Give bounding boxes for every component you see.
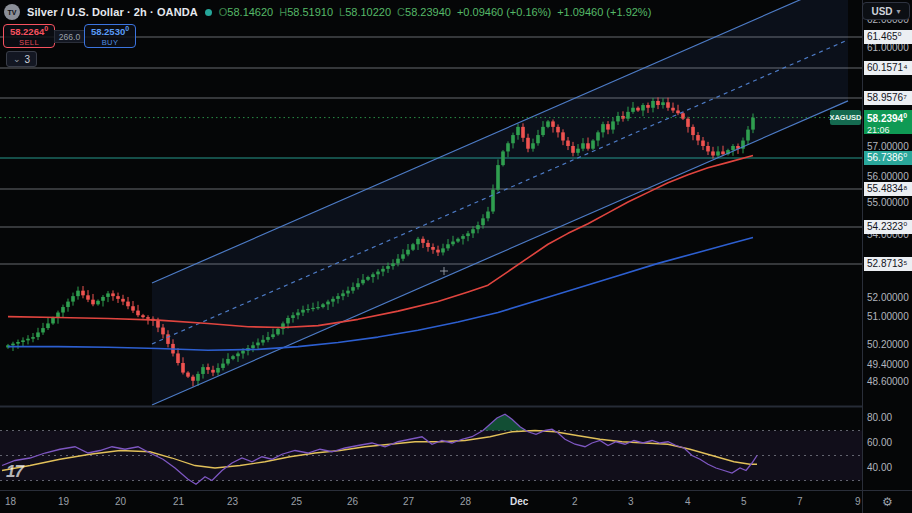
price-tick: 80.00 xyxy=(867,412,892,423)
price-tick: 55.00000 xyxy=(867,197,909,208)
time-tick: 19 xyxy=(58,496,69,507)
chart-canvas[interactable] xyxy=(0,0,912,513)
price-tick: 51.00000 xyxy=(867,311,909,322)
market-status-icon[interactable] xyxy=(205,9,212,16)
time-tick: 21 xyxy=(173,496,184,507)
last-price-label: 58.23940 21:06 xyxy=(864,110,912,134)
time-tick: 18 xyxy=(5,496,16,507)
spread-value: 266.0 xyxy=(54,30,85,43)
price-level-label: 52.8713⁵ xyxy=(864,257,912,271)
time-tick: 3 xyxy=(628,496,634,507)
price-level-label: 56.7386⁰ xyxy=(864,151,912,165)
price-tick: 40.00 xyxy=(867,462,892,473)
sell-button-label: SELL xyxy=(19,38,39,48)
time-tick: 20 xyxy=(115,496,126,507)
time-tick: 7 xyxy=(797,496,803,507)
time-tick: 5 xyxy=(741,496,747,507)
price-tick: 48.60000 xyxy=(867,376,909,387)
price-level-label: 58.9576⁷ xyxy=(864,91,912,105)
price-tick: 50.20000 xyxy=(867,339,909,350)
time-tick: 27 xyxy=(403,496,414,507)
price-tick: 56.00000 xyxy=(867,171,909,182)
tradingview-watermark-icon: 17 xyxy=(6,462,23,482)
chevron-down-icon: ⌄ xyxy=(13,54,21,64)
chevron-down-icon: ▾ xyxy=(897,7,901,16)
change-value: +0.09460 (+0.16%) xyxy=(457,6,551,18)
price-level-label: 55.4834⁸ xyxy=(864,182,912,196)
time-tick: 28 xyxy=(460,496,471,507)
symbol-price-tag: XAGUSD xyxy=(830,110,861,125)
price-tick: 52.00000 xyxy=(867,292,909,303)
indicators-collapse-button[interactable]: ⌄ 3 xyxy=(6,51,37,67)
bar-countdown: 21:06 xyxy=(864,125,912,135)
symbol-header: TV Silver / U.S. Dollar · 2h · OANDA O58… xyxy=(4,3,651,21)
low-value: 58.10220 xyxy=(345,6,391,18)
symbol-title[interactable]: Silver / U.S. Dollar · 2h · OANDA xyxy=(27,6,198,18)
ohlc-values: O58.14620 H58.51910 L58.10220 C58.23940 … xyxy=(219,6,652,18)
high-value: 58.51910 xyxy=(287,6,333,18)
time-tick: 2 xyxy=(572,496,578,507)
axis-settings-button[interactable]: ⚙ xyxy=(862,490,912,513)
price-level-label: 61.465⁰ xyxy=(864,30,912,44)
time-tick: 23 xyxy=(227,496,238,507)
trading-app: TV Silver / U.S. Dollar · 2h · OANDA O58… xyxy=(0,0,912,513)
buy-button-label: BUY xyxy=(102,38,119,48)
time-tick: Dec xyxy=(510,496,528,507)
time-tick: 26 xyxy=(347,496,358,507)
buy-button[interactable]: 58.25300 BUY xyxy=(84,24,136,48)
price-level-label: 54.2323⁰ xyxy=(864,220,912,234)
trade-panel: 58.22640 SELL 266.0 58.25300 BUY xyxy=(3,24,143,50)
tradingview-logo-icon[interactable]: TV xyxy=(4,4,20,20)
change-extended-value: +1.09460 (+1.92%) xyxy=(557,6,651,18)
collapsed-indicator-count: 3 xyxy=(25,54,31,65)
gear-icon: ⚙ xyxy=(882,495,893,509)
time-tick: 9 xyxy=(855,496,861,507)
price-axis[interactable]: 58.23940 21:06 62.0000061.0000057.000005… xyxy=(862,0,912,490)
currency-toggle-button[interactable]: USD▾ xyxy=(862,2,910,20)
time-tick: 25 xyxy=(291,496,302,507)
open-value: 58.14620 xyxy=(227,6,273,18)
price-tick: 60.00 xyxy=(867,437,892,448)
time-axis[interactable]: 181920212325262728Dec234579 xyxy=(0,490,862,513)
price-tick: 49.40000 xyxy=(867,359,909,370)
price-level-label: 60.1571⁴ xyxy=(864,61,912,75)
close-value: 58.23940 xyxy=(405,6,451,18)
sell-button[interactable]: 58.22640 SELL xyxy=(3,24,55,48)
time-tick: 4 xyxy=(685,496,691,507)
